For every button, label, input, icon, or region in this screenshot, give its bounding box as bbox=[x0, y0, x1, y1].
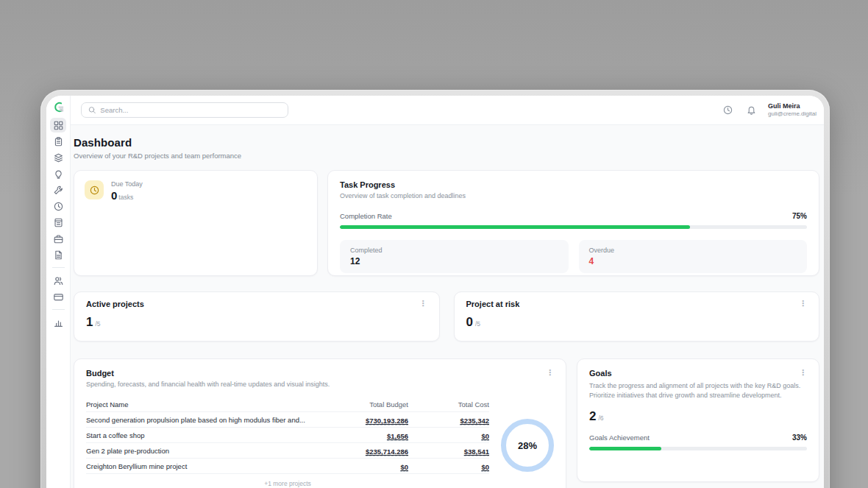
task-progress-title: Task Progress bbox=[340, 180, 807, 189]
project-name: Creighton Beryllium mine project bbox=[86, 462, 324, 470]
column-total-budget: Total Budget bbox=[324, 400, 408, 409]
sidebar-divider bbox=[52, 267, 65, 268]
sidebar-item-layers[interactable] bbox=[50, 150, 66, 165]
projects-briefcase-icon bbox=[54, 234, 63, 244]
completion-rate-value: 75% bbox=[792, 212, 807, 220]
total-cost-value[interactable]: $235,342 bbox=[460, 417, 489, 425]
completion-progress-fill bbox=[340, 225, 690, 229]
column-total-cost: Total Cost bbox=[408, 400, 489, 409]
notifications-button[interactable] bbox=[744, 104, 758, 117]
goals-achievement-value: 33% bbox=[792, 434, 807, 442]
goals-total: /6 bbox=[598, 414, 603, 422]
active-projects-value: 1 bbox=[86, 315, 93, 330]
idea-lightbulb-icon bbox=[54, 169, 63, 179]
tasks-clipboard-icon bbox=[54, 137, 63, 146]
search-box[interactable] bbox=[81, 102, 288, 118]
sidebar-item-tools[interactable] bbox=[50, 183, 66, 197]
overdue-stat-box: Overdue 4 bbox=[579, 240, 808, 273]
user-name: Guli Meira bbox=[768, 102, 817, 110]
notebook-icon bbox=[54, 218, 63, 227]
project-at-risk-card: Project at risk ⋮ 0 /5 bbox=[454, 291, 820, 342]
overdue-label: Overdue bbox=[589, 247, 797, 254]
user-email: guli@creme.digital bbox=[768, 110, 817, 118]
total-budget-value[interactable]: $0 bbox=[400, 463, 408, 472]
budget-table-row[interactable]: Gen 2 plate pre-production $235,714.286 … bbox=[86, 443, 489, 459]
project-name: Second generation propulsion plate based… bbox=[86, 416, 324, 424]
goals-value: 2 bbox=[589, 409, 596, 424]
history-clock-button[interactable] bbox=[721, 104, 734, 117]
time-clock-icon bbox=[54, 202, 63, 211]
sidebar-item-notebook[interactable] bbox=[50, 215, 66, 230]
user-menu[interactable]: Guli Meira guli@creme.digital bbox=[768, 102, 817, 118]
due-today-clock-icon bbox=[85, 180, 104, 199]
budget-subtitle: Spending, forecasts, and financial healt… bbox=[86, 381, 554, 388]
column-project-name: Project Name bbox=[86, 400, 324, 409]
overdue-value: 4 bbox=[589, 256, 797, 266]
active-projects-card: Active projects ⋮ 1 /5 bbox=[74, 291, 440, 342]
active-projects-total: /5 bbox=[95, 320, 100, 328]
sidebar-item-dashboard[interactable] bbox=[50, 118, 66, 132]
active-projects-menu-icon[interactable]: ⋮ bbox=[419, 300, 427, 307]
sidebar-divider bbox=[52, 309, 65, 310]
total-budget-value[interactable]: $730,193.286 bbox=[366, 417, 408, 425]
sidebar-item-projects[interactable] bbox=[50, 231, 66, 246]
total-cost-value[interactable]: $38,541 bbox=[464, 448, 489, 456]
total-cost-value[interactable]: $0 bbox=[481, 432, 489, 441]
budget-table: Project Name Total Budget Total Cost Sec… bbox=[86, 397, 489, 487]
more-projects-link[interactable]: +1 more projects bbox=[86, 480, 489, 487]
sidebar-item-time[interactable] bbox=[50, 199, 66, 213]
budget-table-header: Project Name Total Budget Total Cost bbox=[86, 397, 489, 412]
total-budget-value[interactable]: $1,656 bbox=[387, 432, 408, 441]
budget-table-row[interactable]: Start a coffee shop $1,656 $0 bbox=[86, 428, 489, 443]
budget-card: Budget ⋮ Spending, forecasts, and financ… bbox=[74, 358, 566, 488]
sidebar-item-team[interactable] bbox=[50, 273, 66, 288]
project-name: Start a coffee shop bbox=[86, 431, 324, 439]
total-budget-value[interactable]: $235,714.286 bbox=[366, 448, 408, 456]
sidebar-item-tasks[interactable] bbox=[50, 134, 66, 149]
goals-card: Goals ⋮ Track the progress and alignment… bbox=[577, 358, 819, 482]
search-input[interactable] bbox=[100, 106, 281, 114]
goals-progress-track bbox=[589, 447, 807, 450]
task-progress-subtitle: Overview of task completion and deadline… bbox=[340, 192, 807, 199]
app-window: V1.0 bbox=[40, 90, 830, 488]
budget-title: Budget bbox=[86, 369, 114, 378]
analytics-bar-chart-icon bbox=[54, 318, 63, 328]
task-progress-card: Task Progress Overview of task completio… bbox=[327, 170, 819, 276]
tools-wrench-icon bbox=[54, 185, 63, 195]
project-at-risk-menu-icon[interactable]: ⋮ bbox=[799, 300, 807, 307]
due-today-card: Due Today 0tasks bbox=[74, 170, 318, 276]
active-projects-title: Active projects bbox=[86, 300, 144, 308]
budget-table-row[interactable]: Second generation propulsion plate based… bbox=[86, 412, 489, 428]
total-cost-value[interactable]: $0 bbox=[481, 463, 489, 472]
budget-table-row[interactable]: Creighton Beryllium mine project $0 $0 bbox=[86, 459, 489, 474]
completion-rate-label: Completion Rate bbox=[340, 212, 392, 220]
project-at-risk-value: 0 bbox=[466, 315, 473, 330]
sidebar-item-billing[interactable] bbox=[50, 289, 66, 304]
notification-bell-icon bbox=[747, 105, 756, 115]
budget-percent-value: 28% bbox=[518, 440, 537, 451]
topbar: Guli Meira guli@creme.digital bbox=[71, 96, 824, 124]
sidebar-item-documents[interactable] bbox=[50, 247, 66, 262]
completed-value: 12 bbox=[350, 256, 558, 266]
page-title: Dashboard bbox=[74, 136, 819, 149]
layers-stack-icon bbox=[54, 153, 63, 163]
dashboard-grid-icon bbox=[54, 121, 63, 130]
creme-logo[interactable] bbox=[51, 99, 65, 114]
search-icon bbox=[88, 106, 96, 114]
sidebar-item-ideas[interactable] bbox=[50, 166, 66, 181]
completion-progress-track bbox=[340, 225, 807, 229]
budget-percent-ring: 28% bbox=[501, 419, 554, 472]
billing-card-icon bbox=[54, 292, 63, 302]
project-at-risk-total: /5 bbox=[475, 320, 480, 328]
team-users-icon bbox=[54, 276, 63, 286]
page-subtitle: Overview of your R&D projects and team p… bbox=[74, 152, 819, 160]
due-today-label: Due Today bbox=[111, 180, 143, 188]
goals-description: Track the progress and alignment of all … bbox=[589, 381, 807, 400]
due-today-unit: tasks bbox=[118, 194, 133, 201]
sidebar-item-analytics[interactable] bbox=[50, 315, 66, 330]
project-name: Gen 2 plate pre-production bbox=[86, 447, 324, 455]
budget-menu-icon[interactable]: ⋮ bbox=[546, 369, 554, 376]
goals-menu-icon[interactable]: ⋮ bbox=[799, 369, 807, 376]
goals-title: Goals bbox=[589, 369, 612, 378]
history-clock-icon bbox=[723, 105, 733, 115]
